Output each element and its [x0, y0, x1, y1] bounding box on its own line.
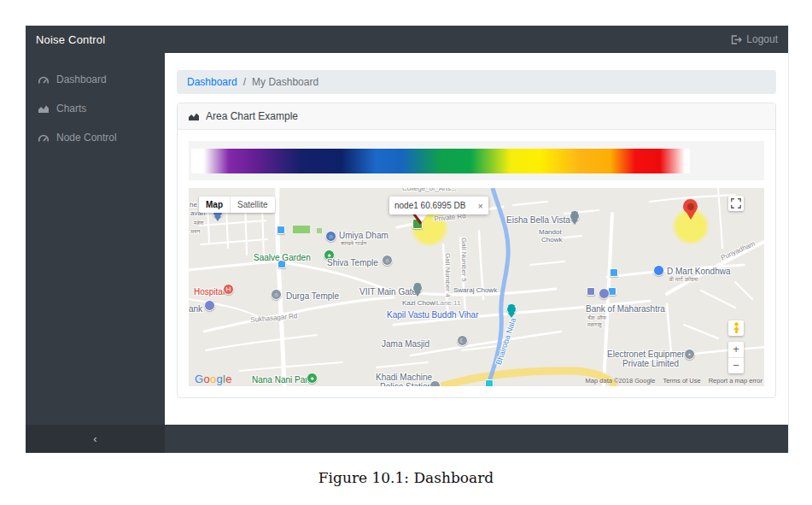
poi-pin-icon [570, 211, 580, 221]
chevron-left-icon: ‹ [93, 432, 96, 445]
poi-label: ank [189, 304, 202, 314]
content-wrapper: Dashboard / My Dashboard Area Chart Exam… [165, 53, 788, 425]
poi-label: महाराष्ट्र [587, 321, 602, 328]
google-map[interactable]: node1 60.6995 DB × [189, 188, 764, 386]
pegman-control[interactable] [728, 320, 744, 336]
road-label: Gali Number 4 [444, 253, 452, 297]
area-chart-card: Area Chart Example [177, 103, 776, 398]
zoom-in-button[interactable]: + [728, 342, 744, 358]
poi-label: बँक ऑफ [587, 314, 606, 321]
figure-caption: Figure 10.1: Dashboard [0, 469, 812, 486]
fullscreen-icon [731, 198, 741, 208]
sidebar-item-label: Dashboard [56, 73, 107, 85]
top-navbar: Noise Control Logout [26, 26, 788, 53]
sidebar-item-charts[interactable]: Charts [26, 94, 165, 123]
map-attribution: Map data ©2018 Google Terms of Use Repor… [586, 377, 762, 385]
close-icon[interactable]: × [478, 201, 483, 211]
report-map-error-link[interactable]: Report a map error [709, 377, 762, 385]
poi-label: Electronet Equipment [607, 349, 689, 360]
map-type-satellite-button[interactable]: Satellite [230, 197, 275, 213]
store-icon [653, 265, 664, 276]
poi-label: Kazi Chowk [402, 299, 438, 307]
poi-label: D Mart Kondhwa [667, 267, 730, 277]
poi-label: Eisha Bella Vista [506, 215, 570, 226]
poi-label: Shiva Temple [327, 258, 378, 268]
poi-label: साखवे गार्डन [341, 240, 367, 247]
police-icon [429, 380, 441, 386]
poi-pin-icon [506, 304, 517, 314]
zoom-control: + − [728, 342, 744, 373]
poi-label: Chowk [541, 236, 562, 244]
poi-label: Lane 11 [436, 299, 460, 307]
card-title: Area Chart Example [206, 110, 298, 122]
card-body: node1 60.6995 DB × [178, 130, 775, 397]
content-area: Dashboard / My Dashboard Area Chart Exam… [165, 53, 788, 453]
pegman-icon [732, 322, 741, 334]
area-chart-icon [38, 104, 50, 114]
logout-button[interactable]: Logout [731, 33, 778, 45]
sidebar-item-label: Charts [56, 103, 86, 115]
sidebar-item-dashboard[interactable]: Dashboard [26, 65, 165, 94]
transit-icon [587, 287, 595, 296]
tachometer-icon [38, 75, 50, 85]
poi-pin-icon [412, 283, 423, 293]
google-logo-letter: e [225, 373, 232, 385]
hospital-icon: H [223, 284, 234, 295]
spectrum-colorbar [191, 149, 690, 173]
google-logo-letter: g [216, 373, 223, 385]
sidebar-item-node-control[interactable]: Node Control [26, 123, 165, 152]
temple-icon: ⌂ [325, 231, 336, 242]
poi-label: भवन [190, 228, 200, 235]
poi-label: Swaraj Chowk [453, 286, 497, 294]
poi-label: VIIT Main Gate [359, 287, 417, 297]
poi-label: Bank of Maharashtra [586, 304, 665, 314]
poi-label: डी मार्ट कोंढवा [669, 276, 698, 283]
map-data-credit: Map data ©2018 Google [586, 377, 656, 385]
terms-of-use-link[interactable]: Terms of Use [663, 377, 700, 385]
tree-icon: ♠ [307, 373, 318, 384]
logout-label: Logout [746, 33, 778, 45]
app-brand: Noise Control [36, 33, 105, 46]
zoom-out-button[interactable]: − [728, 358, 744, 373]
sidebar-collapse-toggle[interactable]: ‹ [26, 425, 165, 453]
poi-label: he [190, 201, 197, 208]
google-logo[interactable]: Google [195, 373, 232, 385]
poi-label: Police Station [380, 382, 432, 386]
breadcrumb-current: My Dashboard [252, 76, 318, 88]
poi-label: Private Limited [622, 359, 679, 369]
poi-label: Hospital [194, 287, 225, 297]
breadcrumb-link-dashboard[interactable]: Dashboard [187, 76, 237, 88]
poi-label: Jama Masjid [382, 339, 429, 349]
fullscreen-button[interactable] [728, 196, 744, 211]
tachometer-icon [38, 133, 50, 143]
mosque-icon: ☾ [457, 335, 468, 346]
bank-icon [599, 288, 610, 299]
breadcrumb-separator: / [243, 76, 246, 88]
node-reading-text: node1 60.6995 DB [394, 201, 465, 210]
colorbar-band [189, 141, 764, 180]
breadcrumb: Dashboard / My Dashboard [177, 70, 776, 94]
red-map-pin[interactable] [683, 199, 698, 214]
poi-label: Saalve Garden [254, 253, 311, 263]
poi-label: Umiya Dham [339, 231, 388, 241]
app-screenshot: Noise Control Logout Dashboard [26, 26, 789, 453]
bank-icon [204, 300, 215, 311]
poi-label: Mandot [539, 228, 562, 236]
poi-label: Nana Nani Park [252, 375, 313, 385]
temple-icon: ⌂ [271, 289, 282, 300]
transit-icon [277, 226, 285, 234]
card-header: Area Chart Example [178, 103, 775, 130]
transit-icon [610, 268, 618, 277]
building-icon: ▪ [684, 349, 695, 360]
document-page: Noise Control Logout Dashboard [0, 0, 812, 505]
map-type-map-button[interactable]: Map [199, 197, 230, 213]
poi-label: महेश [194, 220, 204, 226]
poi-label: Kapil Vastu Buddh Vihar [387, 310, 478, 320]
poi-label: Khadi Machine [376, 373, 432, 383]
poi-label: College_of_Arts... [402, 188, 457, 192]
area-chart-icon [188, 112, 200, 121]
map-type-control: Map Satellite [199, 197, 275, 213]
node-info-window[interactable]: node1 60.6995 DB × [389, 197, 488, 214]
road-label: Gali Number 5 [460, 238, 468, 282]
google-logo-letter: o [203, 373, 210, 385]
